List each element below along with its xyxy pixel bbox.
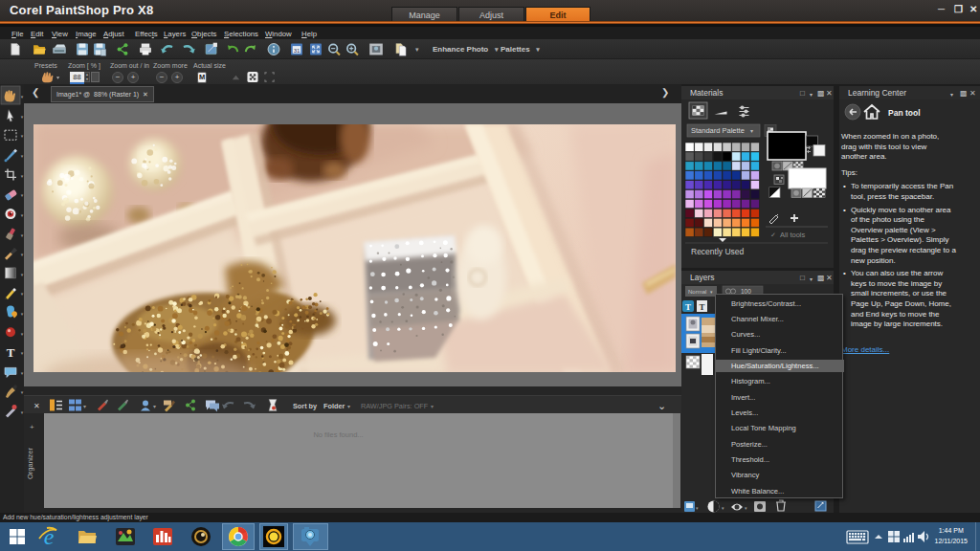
svg-text:T: T xyxy=(7,345,15,360)
svg-text:▾: ▾ xyxy=(153,404,156,409)
svg-text:▾: ▾ xyxy=(750,128,753,134)
svg-text:Folder: Folder xyxy=(323,402,345,410)
svg-text:▾: ▾ xyxy=(745,505,747,511)
svg-text:▾: ▾ xyxy=(722,505,724,511)
svg-text:Normal: Normal xyxy=(688,289,706,295)
svg-text:⌄: ⌄ xyxy=(657,400,666,411)
svg-text:T: T xyxy=(699,302,704,312)
svg-text:RAW/JPG Pairs: OFF: RAW/JPG Pairs: OFF xyxy=(361,402,429,410)
svg-text:✕: ✕ xyxy=(33,402,40,410)
svg-text:Standard Palette: Standard Palette xyxy=(691,126,745,135)
svg-text:▾: ▾ xyxy=(21,94,24,99)
svg-text:Pan tool: Pan tool xyxy=(888,108,921,118)
svg-text:31: 31 xyxy=(294,48,301,54)
svg-text:▾: ▾ xyxy=(83,404,86,409)
svg-text:Recently Used: Recently Used xyxy=(691,247,745,256)
svg-text:✓: ✓ xyxy=(770,231,776,238)
svg-text:▾: ▾ xyxy=(347,404,350,409)
svg-text:T: T xyxy=(685,302,691,312)
svg-text:▾: ▾ xyxy=(431,404,434,409)
svg-text:▾: ▾ xyxy=(415,46,419,53)
svg-text:All tools: All tools xyxy=(780,231,806,239)
svg-text:Sort by: Sort by xyxy=(293,402,318,410)
svg-text:▾: ▾ xyxy=(696,505,699,511)
